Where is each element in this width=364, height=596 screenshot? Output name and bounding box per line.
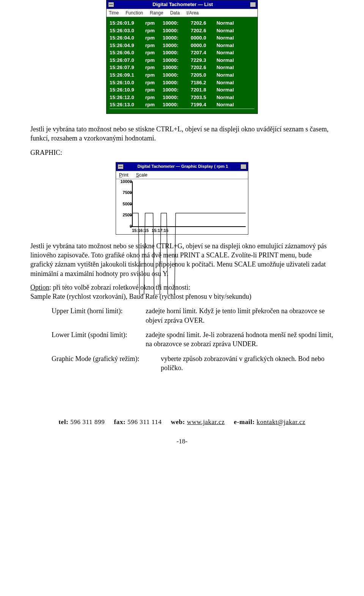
graphic-window-menubar: Print Scale — [116, 171, 248, 179]
table-cell: 7229.3 — [191, 57, 214, 64]
table-row: 15:26:07.9rpm10000:7202.6Normal — [110, 64, 254, 71]
table-cell: 15:26:04.0 — [110, 35, 143, 41]
system-menu-icon[interactable] — [118, 164, 124, 169]
y-tick-label: 10000 — [118, 178, 132, 184]
table-cell: Normal — [217, 35, 244, 41]
y-tick-label: 0 — [118, 223, 132, 229]
table-cell: 0000.0 — [191, 35, 214, 41]
upper-limit-label: Upper Limit (horní limit): — [52, 306, 146, 315]
table-row: 15:26:06.0rpm10000:7207.4Normal — [110, 49, 254, 57]
system-menu-icon[interactable] — [108, 2, 114, 7]
list-window: Digital Tachometer — List Time Function … — [106, 0, 258, 114]
table-cell: 10000: — [163, 20, 188, 27]
list-data-grid: 15:26:01.9rpm10000:7202.6Normal15:26:03.… — [107, 17, 257, 114]
table-cell: 10000: — [163, 35, 188, 41]
up-arrow-icon[interactable] — [240, 164, 246, 169]
table-cell: 10000: — [163, 64, 188, 71]
table-cell: 7199.4 — [191, 101, 214, 108]
limits-block: Upper Limit (horní limit): zadejte horní… — [52, 306, 334, 372]
table-cell: 15:26:10.0 — [110, 79, 143, 86]
table-cell: 15:26:06.0 — [110, 49, 143, 56]
table-cell: rpm — [145, 72, 160, 79]
table-cell: rpm — [145, 42, 160, 49]
list-window-container: Digital Tachometer — List Time Function … — [30, 0, 334, 114]
table-cell: 7203.5 — [191, 94, 214, 101]
upper-limit-value: zadejte horní limit. Když je tento limit… — [146, 306, 334, 325]
table-cell: 7186.2 — [191, 79, 214, 86]
maximize-icon[interactable] — [250, 2, 256, 7]
menu-scale[interactable]: Scale — [136, 172, 147, 178]
menu-data[interactable]: Data — [170, 10, 180, 16]
table-row: 15:26:12.0rpm10000:7203.5Normal — [110, 94, 254, 101]
chart-trace — [133, 181, 246, 295]
table-cell: 10000: — [163, 94, 188, 101]
table-cell: Normal — [217, 20, 244, 27]
y-tick-label: 2500 — [118, 212, 132, 218]
table-cell: 10000: — [163, 57, 188, 64]
table-cell: 15:26:10.9 — [110, 87, 143, 93]
table-cell: 10000: — [163, 101, 188, 108]
table-cell: Normal — [217, 49, 244, 56]
table-cell: rpm — [145, 49, 160, 56]
table-row: 15:26:10.0rpm10000:7186.2Normal — [110, 79, 254, 87]
web-link[interactable]: www.jakar.cz — [187, 418, 225, 426]
table-cell: 10000: — [163, 72, 188, 79]
table-cell: rpm — [145, 87, 160, 93]
page-number: -18- — [30, 437, 334, 446]
web-label: web: — [171, 418, 185, 426]
list-window-menubar: Time Function Range Data t/Area — [107, 9, 257, 17]
menu-print-rest: rint — [122, 172, 129, 178]
table-cell: Normal — [217, 94, 244, 101]
table-cell: 15:26:01.9 — [110, 20, 143, 27]
table-cell: 15:26:13.0 — [110, 101, 143, 108]
table-cell: 10000: — [163, 49, 188, 56]
menu-function[interactable]: Function — [126, 10, 143, 16]
table-cell: Normal — [217, 57, 244, 64]
tel-value: 596 311 899 — [70, 418, 105, 426]
table-cell: 7205.0 — [191, 72, 214, 79]
table-cell: 15:26:07.0 — [110, 57, 143, 64]
table-cell: 10000: — [163, 42, 188, 49]
table-cell: rpm — [145, 27, 160, 34]
table-row: 15:26:03.0rpm10000:7202.6Normal — [110, 27, 254, 35]
lower-limit-value: zadejte spodní limit. Je-li zobrazená ho… — [146, 330, 334, 349]
menu-time[interactable]: Time — [109, 10, 119, 16]
table-cell: rpm — [145, 20, 160, 27]
table-cell: 10000: — [163, 27, 188, 34]
menu-range[interactable]: Range — [150, 10, 163, 16]
graphic-window: Digital Tachometer — Graphic Display ( r… — [116, 162, 248, 235]
upper-limit-row: Upper Limit (horní limit): zadejte horní… — [52, 306, 334, 325]
list-window-title: Digital Tachometer — List — [116, 1, 249, 8]
table-cell: rpm — [145, 64, 160, 71]
table-row: 15:26:04.0rpm10000:0000.0Normal — [110, 34, 254, 42]
table-cell: Normal — [217, 64, 244, 71]
table-cell: 7201.8 — [191, 87, 214, 93]
menu-print[interactable]: Print — [119, 172, 129, 178]
table-cell: Normal — [217, 87, 244, 93]
table-cell: 15:26:04.9 — [110, 42, 143, 49]
table-row: 15:26:10.9rpm10000:7201.8Normal — [110, 86, 254, 94]
table-cell: Normal — [217, 27, 244, 34]
table-cell: 15:26:07.9 — [110, 64, 143, 71]
table-cell: 15:26:12.0 — [110, 94, 143, 101]
graphic-window-container: Digital Tachometer — Graphic Display ( r… — [30, 162, 334, 235]
table-cell: 7202.6 — [191, 64, 214, 71]
fax-value: 596 311 114 — [127, 418, 162, 426]
tel-label: tel: — [59, 418, 69, 426]
menu-tarea[interactable]: t/Area — [187, 10, 199, 16]
table-cell: rpm — [145, 57, 160, 64]
menu-scale-rest: cale — [139, 172, 147, 178]
table-cell: 15:26:09.1 — [110, 72, 143, 79]
graphic-mode-value: vyberte způsob zobrazování v grafických … — [161, 354, 334, 373]
graphic-window-title: Digital Tachometer — Graphic Display ( r… — [126, 164, 240, 169]
lower-limit-label: Lower Limit (spodní limit): — [52, 330, 146, 339]
lower-limit-row: Lower Limit (spodní limit): zadejte spod… — [52, 330, 334, 349]
table-row: 15:26:01.9rpm10000:7202.6Normal — [110, 19, 254, 27]
table-cell: Normal — [217, 79, 244, 86]
graphic-mode-label: Graphic Mode (grafický režim): — [52, 354, 161, 363]
y-tick-label: 5000 — [118, 201, 132, 207]
table-cell: Normal — [217, 72, 244, 79]
page-footer: tel: 596 311 899 fax: 596 311 114 web: w… — [30, 418, 334, 427]
table-cell: 7202.6 — [191, 27, 214, 34]
email-link[interactable]: kontakt@jakar.cz — [257, 418, 306, 426]
